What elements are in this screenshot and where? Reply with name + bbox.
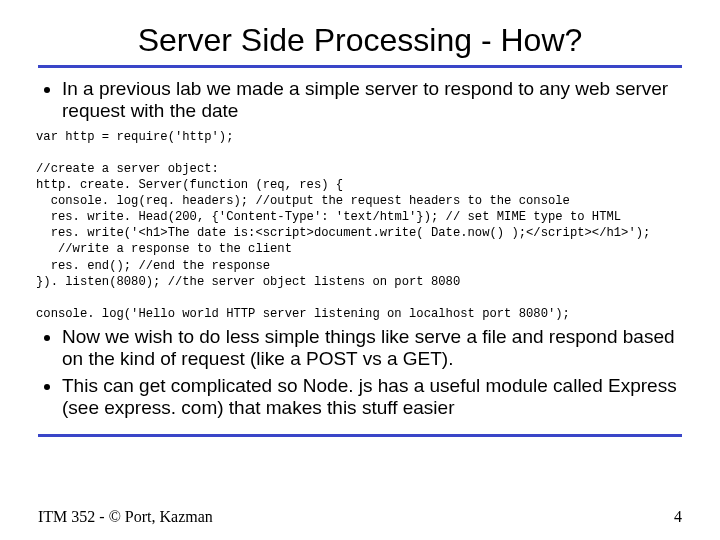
intro-bullet: In a previous lab we made a simple serve… xyxy=(62,78,686,123)
footer-left: ITM 352 - © Port, Kazman xyxy=(38,508,213,526)
closing-bullet-2: This can get complicated so Node. js has… xyxy=(62,375,686,420)
closing-bullet-1: Now we wish to do less simple things lik… xyxy=(62,326,686,371)
code-block: var http = require('http'); //create a s… xyxy=(36,129,686,322)
slide: Server Side Processing - How? In a previ… xyxy=(0,0,720,540)
footer: ITM 352 - © Port, Kazman 4 xyxy=(38,508,682,526)
intro-bullet-list: In a previous lab we made a simple serve… xyxy=(34,78,686,123)
closing-bullet-list: Now we wish to do less simple things lik… xyxy=(34,326,686,420)
divider-top xyxy=(38,65,682,68)
slide-title: Server Side Processing - How? xyxy=(34,22,686,59)
slide-number: 4 xyxy=(674,508,682,526)
divider-bottom xyxy=(38,434,682,437)
